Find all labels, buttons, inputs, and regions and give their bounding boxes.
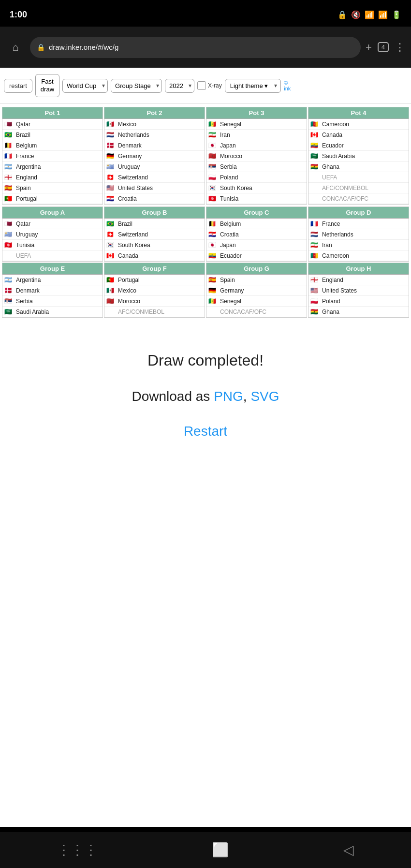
team-flag: 🇺🇾	[4, 231, 14, 238]
year-select[interactable]: 2022	[165, 79, 194, 93]
xray-section: X-ray	[197, 81, 222, 90]
download-svg-link[interactable]: SVG	[250, 389, 279, 404]
team-flag: 🇳🇱	[310, 231, 320, 238]
team-name: Cameroon	[322, 121, 349, 128]
team-name: Argentina	[16, 163, 41, 170]
mute-icon: 🔇	[351, 10, 361, 19]
team-flag: 🇵🇱	[208, 174, 218, 181]
team-flag: 🇨🇭	[106, 174, 116, 181]
team-flag: 🇭🇷	[208, 231, 218, 238]
team-row: 🇺🇾Uruguay	[104, 162, 205, 172]
team-name: Argentina	[16, 277, 41, 283]
restart-link[interactable]: Restart	[184, 424, 227, 439]
url-bar[interactable]: 🔒 draw.inker.one/#/wc/g	[30, 37, 361, 58]
team-flag: 🇳🇱	[106, 131, 116, 138]
team-name: Denmark	[16, 287, 40, 294]
groups-grid: Group A🇶🇦Qatar🇺🇾Uruguay🇹🇳TunisiaUEFAGrou…	[2, 206, 409, 318]
team-flag: 🇭🇷	[106, 195, 116, 202]
team-flag: 🇲🇦	[106, 297, 116, 305]
team-row: 🇧🇷Brazil	[104, 219, 205, 229]
team-row: 🇩🇪Germany	[206, 285, 307, 296]
stage-select[interactable]: Group Stage	[111, 79, 162, 93]
team-name: Ecuador	[322, 142, 344, 149]
menu-button[interactable]: ⋮	[395, 41, 405, 54]
lock-icon: 🔒	[37, 44, 45, 51]
tournament-select[interactable]: World Cup	[62, 79, 108, 93]
team-flag: 🇦🇷	[4, 163, 14, 170]
team-name: Spain	[16, 185, 31, 191]
home-button[interactable]: ⌂	[6, 38, 25, 57]
download-png-link[interactable]: PNG	[214, 389, 243, 404]
team-row: AFC/CONMEBOL	[104, 307, 205, 317]
pot-table: Pot 4🇨🇲Cameroon🇨🇦Canada🇪🇨Ecuador🇸🇦Saudi …	[308, 107, 409, 205]
team-row: 🇹🇳Tunisia	[206, 193, 307, 204]
team-row: 🇪🇨Ecuador	[206, 250, 307, 261]
team-row: 🇦🇷Argentina	[2, 275, 103, 285]
nav-home-button[interactable]: ⬜	[212, 842, 229, 858]
team-row: 🇲🇽Mexico	[104, 119, 205, 130]
pot-header: Pot 2	[104, 107, 205, 119]
group-table: Group G🇪🇸Spain🇩🇪Germany🇸🇳SenegalCONCACAF…	[206, 263, 307, 318]
team-name: England	[16, 174, 37, 181]
restart-button[interactable]: restart	[4, 79, 32, 93]
team-name: Germany	[220, 287, 244, 294]
team-name: Portugal	[16, 195, 38, 202]
team-name: Spain	[220, 277, 235, 283]
team-flag: 🇪🇨	[310, 142, 320, 149]
team-name: Portugal	[118, 277, 140, 283]
team-name: CONCACAF/OFC	[322, 195, 368, 202]
team-row: CONCACAF/OFC	[206, 307, 307, 317]
team-row: 🇨🇭Switzerland	[104, 172, 205, 183]
group-table: Group F🇵🇹Portugal🇲🇽Mexico🇲🇦MoroccoAFC/CO…	[104, 263, 205, 318]
team-row: 🇪🇸Spain	[2, 183, 103, 193]
status-bar: 1:00 🔒 🔇 📶 📶 🔋	[0, 0, 411, 27]
team-name: France	[322, 221, 340, 227]
team-flag: 🇰🇷	[106, 241, 116, 249]
team-flag: 🇷🇸	[4, 297, 14, 305]
page-content: restart Fastdraw World Cup Group Stage 2…	[0, 68, 411, 827]
theme-select[interactable]: Light theme ▾	[225, 79, 281, 93]
team-row: 🇺🇸United States	[308, 285, 409, 296]
team-name: Morocco	[220, 153, 242, 160]
group-header: Group G	[206, 263, 307, 275]
team-row: UEFA	[308, 172, 409, 183]
team-flag: 🇩🇰	[4, 287, 14, 294]
tab-count[interactable]: 4	[378, 42, 389, 52]
group-header: Group B	[104, 207, 205, 219]
fast-draw-button[interactable]: Fastdraw	[35, 74, 59, 97]
nav-back-button[interactable]: ⋮⋮⋮	[57, 842, 98, 858]
team-flag: 🇯🇵	[208, 142, 218, 149]
team-flag: 🇹🇳	[208, 195, 218, 202]
team-name: Brazil	[118, 221, 132, 227]
new-tab-button[interactable]: +	[366, 41, 372, 54]
team-row: 🇧🇷Brazil	[2, 130, 103, 140]
group-table: Group H🏴󠁧󠁢󠁥󠁮󠁧󠁿England🇺🇸United States🇵🇱Po…	[308, 263, 409, 318]
team-flag: 🇵🇹	[106, 276, 116, 283]
completion-section: Draw completed! Download as PNG, SVG Res…	[0, 323, 411, 458]
team-flag: 🇬🇭	[310, 308, 320, 315]
team-row: UEFA	[2, 250, 103, 261]
team-row: 🇷🇸Serbia	[2, 296, 103, 307]
team-name: Uruguay	[16, 231, 38, 238]
pot-table: Pot 1🇶🇦Qatar🇧🇷Brazil🇧🇪Belgium🇫🇷France🇦🇷A…	[2, 107, 103, 205]
group-table: Group B🇧🇷Brazil🇨🇭Switzerland🇰🇷South Kore…	[104, 206, 205, 262]
team-row: 🇮🇷Iran	[308, 240, 409, 250]
team-name: Qatar	[16, 121, 30, 128]
team-flag: 🇵🇱	[310, 297, 320, 305]
team-row: 🇰🇷South Korea	[206, 183, 307, 193]
team-name: Denmark	[118, 142, 142, 149]
team-name: South Korea	[220, 185, 252, 191]
team-flag: 🇨🇦	[106, 252, 116, 259]
nav-recent-button[interactable]: ◁	[343, 842, 354, 858]
xray-checkbox[interactable]	[197, 81, 206, 90]
team-name: Brazil	[16, 132, 30, 138]
team-flag: 🇺🇾	[106, 163, 116, 170]
team-flag: 🇶🇦	[4, 220, 14, 227]
url-text: draw.inker.one/#/wc/g	[49, 43, 118, 51]
team-flag: 🇬🇭	[310, 163, 320, 170]
team-flag: 🇫🇷	[4, 152, 14, 160]
team-row: 🇨🇦Canada	[308, 130, 409, 140]
team-row: 🇯🇵Japan	[206, 240, 307, 250]
team-flag: 🇨🇲	[310, 252, 320, 259]
team-name: Iran	[220, 132, 230, 138]
